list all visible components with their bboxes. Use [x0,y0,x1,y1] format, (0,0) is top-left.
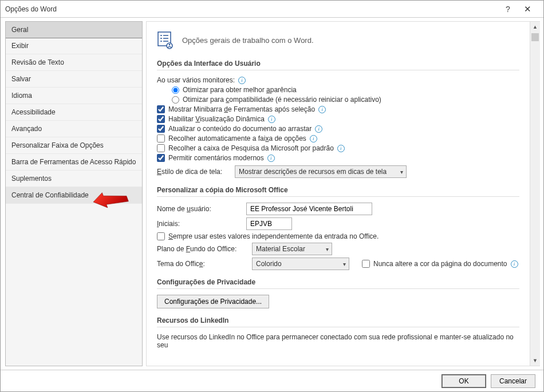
radio-optimize-compat[interactable]: Otimizar para compatibilidade (é necessá… [172,96,519,104]
divider [157,196,519,197]
cancel-button[interactable]: Cancelar [491,374,535,388]
info-icon[interactable]: i [238,77,246,84]
linkedin-desc: Use recursos do LinkedIn no Office para … [157,333,519,349]
radio-optimize-appearance[interactable]: Otimizar para obter melhor aparência [172,86,519,94]
radio-optimize-appearance-input[interactable] [172,86,179,94]
scroll-thumb[interactable] [531,33,539,41]
info-icon[interactable]: i [318,106,326,113]
titlebar: Opções do Word ? ✕ [1,1,543,18]
monitors-label: Ao usar vários monitores: [157,76,235,84]
sidebar-item-idioma[interactable]: Idioma [6,88,142,104]
sidebar-item-exibir[interactable]: Exibir [6,38,142,54]
info-icon[interactable]: i [268,116,275,123]
sidebar-item-salvar[interactable]: Salvar [6,71,142,88]
window-title: Opções do Word [5,5,500,13]
monitors-label-row: Ao usar vários monitores: i [157,76,519,84]
initials-label: Iniciais: [157,220,243,228]
sidebar-item-geral[interactable]: Geral [5,21,143,38]
checkbox-modern-comments[interactable]: Permitir comentários modernos i [157,154,519,162]
screentip-row: Estilo de dica de tela: Mostrar descriçõ… [157,165,519,178]
checkbox-collapse-search[interactable]: Recolher a caixa de Pesquisa da Microsof… [157,144,519,152]
initials-input[interactable] [246,217,292,230]
info-icon[interactable]: i [337,145,345,152]
screentip-label: Estilo de dica de tela: [157,168,222,176]
category-sidebar: Geral Exibir Revisão de Texto Salvar Idi… [5,21,143,366]
close-button[interactable]: ✕ [516,4,539,14]
office-theme-label: Tema do Office: [157,260,249,268]
section-title-privacy: Configurações de Privacidade [157,278,519,286]
privacy-settings-button[interactable]: Configurações de Privacidade... [157,295,269,308]
info-icon[interactable]: i [267,155,275,162]
scroll-down-button[interactable]: ▼ [530,355,540,366]
ok-button[interactable]: OK [441,374,486,388]
info-icon[interactable]: i [315,125,322,133]
dialog-body: Geral Exibir Revisão de Texto Salvar Idi… [1,18,543,370]
word-options-dialog: Opções do Word ? ✕ Geral Exibir Revisão … [0,0,544,392]
sidebar-item-barra-acesso-rapido[interactable]: Barra de Ferramentas de Acesso Rápido [6,154,142,171]
checkbox-always-use[interactable]: Sempre usar estes valores independenteme… [157,232,519,240]
sidebar-item-revisao[interactable]: Revisão de Texto [6,54,142,71]
office-background-combo[interactable]: Material Escolar [252,243,332,255]
sidebar-item-central-confiabilidade[interactable]: Central de Confiabilidade [6,187,142,204]
sidebar-item-suplementos[interactable]: Suplementos [6,171,142,187]
vertical-scrollbar[interactable]: ▲ ▼ [530,22,540,366]
page-header-text: Opções gerais de trabalho com o Word. [182,36,314,45]
checkbox-live-preview[interactable]: Habilitar Visualização Dinâmica i [157,115,519,123]
checkbox-collapse-ribbon[interactable]: Recolher automaticamente a faixa de opçõ… [157,134,519,142]
divider [157,70,519,70]
section-title-linkedin: Recursos do LinkedIn [157,316,519,324]
sidebar-item-avancado[interactable]: Avançado [6,121,142,137]
info-icon[interactable]: i [310,135,317,142]
office-background-label: Plano de Fundo do Office: [157,245,249,253]
content-wrap: Opções gerais de trabalho com o Word. Op… [146,21,540,366]
svg-point-8 [169,44,171,46]
checkbox-minibar[interactable]: Mostrar Minibarra de Ferramentas após se… [157,105,519,113]
screentip-combo[interactable]: Mostrar descrições de recursos em dicas … [235,165,407,178]
section-title-ui: Opções da Interface do Usuário [157,60,519,68]
page-header: Opções gerais de trabalho com o Word. [157,31,519,49]
checkbox-never-change-page-color[interactable]: Nunca altere a cor da página do document… [362,260,518,268]
section-title-office: Personalizar a cópia do Microsoft Office [157,186,519,194]
divider [157,327,519,327]
username-label: Nome de usuário: [157,205,243,213]
content-pane: Opções gerais de trabalho com o Word. Op… [147,22,530,366]
dialog-footer: OK Cancelar [1,370,543,391]
radio-optimize-compat-input[interactable] [172,96,179,104]
sidebar-item-personalizar-faixa[interactable]: Personalizar Faixa de Opções [6,137,142,154]
divider [157,288,519,289]
office-theme-combo[interactable]: Colorido [252,258,349,270]
general-options-icon [157,31,175,49]
scroll-up-button[interactable]: ▲ [530,22,540,32]
help-button[interactable]: ? [500,5,516,14]
username-input[interactable] [246,203,372,215]
sidebar-item-acessibilidade[interactable]: Acessibilidade [6,104,142,121]
checkbox-update-drag[interactable]: Atualizar o conteúdo do documento ao arr… [157,125,519,133]
info-icon[interactable]: i [511,260,518,268]
